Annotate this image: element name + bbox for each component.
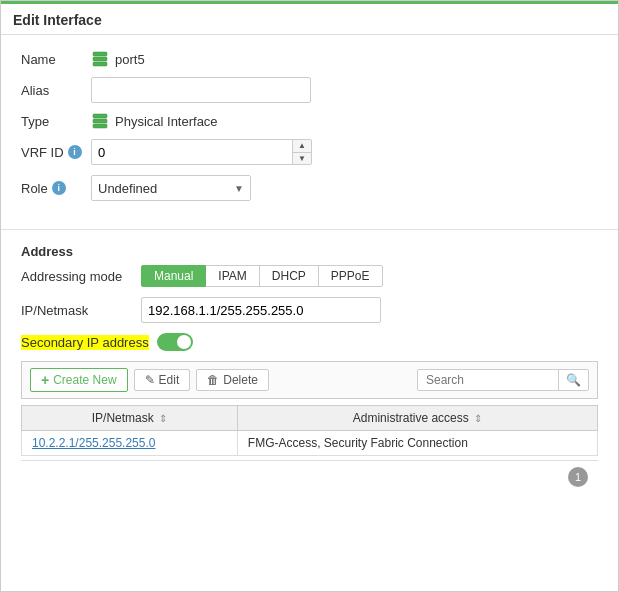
vrf-input-wrapper: ▲ ▼ xyxy=(91,139,312,165)
address-section: Addressing mode Manual IPAM DHCP PPPoE I… xyxy=(1,265,618,503)
ip-label: IP/Netmask xyxy=(21,303,141,318)
mode-btn-ipam[interactable]: IPAM xyxy=(205,265,259,287)
role-dropdown-arrow: ▼ xyxy=(234,183,244,194)
page-container: Edit Interface Name port5 Alias xyxy=(0,0,619,592)
pagination-area: 1 xyxy=(21,460,598,493)
svg-rect-3 xyxy=(93,114,107,118)
delete-label: Delete xyxy=(223,373,258,387)
edit-pencil-icon: ✎ xyxy=(145,373,155,387)
search-input[interactable] xyxy=(418,370,558,390)
col-ip-netmask: IP/Netmask ⇕ xyxy=(22,406,238,431)
name-value: port5 xyxy=(115,52,145,67)
ip-row: IP/Netmask xyxy=(21,297,598,323)
svg-rect-5 xyxy=(93,124,107,128)
divider-1 xyxy=(1,229,618,230)
svg-rect-1 xyxy=(93,57,107,61)
ip-input[interactable] xyxy=(141,297,381,323)
svg-rect-0 xyxy=(93,52,107,56)
delete-button[interactable]: 🗑 Delete xyxy=(196,369,269,391)
search-button[interactable]: 🔍 xyxy=(558,370,588,390)
vrf-label: VRF ID i xyxy=(21,145,91,160)
type-row: Type Physical Interface xyxy=(21,113,598,129)
search-icon: 🔍 xyxy=(566,373,581,387)
secondary-ip-toggle[interactable] xyxy=(157,333,193,351)
type-value: Physical Interface xyxy=(91,113,218,129)
table-row: 10.2.2.1/255.255.255.0 FMG-Access, Secur… xyxy=(22,431,598,456)
mode-btn-pppoe[interactable]: PPPoE xyxy=(318,265,383,287)
sort-icon-access[interactable]: ⇕ xyxy=(474,413,482,424)
vrf-input[interactable] xyxy=(92,142,292,163)
vrf-row: VRF ID i ▲ ▼ xyxy=(21,139,598,165)
type-label: Type xyxy=(21,114,91,129)
addr-mode-label: Addressing mode xyxy=(21,269,141,284)
page-badge[interactable]: 1 xyxy=(568,467,588,487)
alias-label: Alias xyxy=(21,83,91,98)
edit-label: Edit xyxy=(159,373,180,387)
mode-btn-manual[interactable]: Manual xyxy=(141,265,206,287)
role-row: Role i Undefined ▼ xyxy=(21,175,598,201)
data-table: IP/Netmask ⇕ Administrative access ⇕ 10.… xyxy=(21,405,598,456)
table-cell-ip[interactable]: 10.2.2.1/255.255.255.0 xyxy=(22,431,238,456)
table-cell-access: FMG-Access, Security Fabric Connection xyxy=(237,431,597,456)
svg-rect-2 xyxy=(93,62,107,66)
role-label: Role i xyxy=(21,181,91,196)
sort-icon-ip[interactable]: ⇕ xyxy=(159,413,167,424)
plus-icon: + xyxy=(41,372,49,388)
search-wrapper: 🔍 xyxy=(417,369,589,391)
db-icon xyxy=(91,51,109,67)
table-toolbar: + Create New ✎ Edit 🗑 Delete 🔍 xyxy=(21,361,598,399)
vrf-info-icon[interactable]: i xyxy=(68,145,82,159)
role-value: Undefined xyxy=(98,181,157,196)
vrf-spinner-up[interactable]: ▲ xyxy=(293,139,311,153)
edit-button[interactable]: ✎ Edit xyxy=(134,369,191,391)
create-new-label: Create New xyxy=(53,373,116,387)
mode-buttons: Manual IPAM DHCP PPPoE xyxy=(141,265,383,287)
create-new-button[interactable]: + Create New xyxy=(30,368,128,392)
toggle-knob xyxy=(177,335,191,349)
address-section-title: Address xyxy=(1,238,618,265)
delete-trash-icon: 🗑 xyxy=(207,373,219,387)
type-db-icon xyxy=(91,113,109,129)
name-value-wrapper: port5 xyxy=(91,51,145,67)
addr-mode-row: Addressing mode Manual IPAM DHCP PPPoE xyxy=(21,265,598,287)
name-label: Name xyxy=(21,52,91,67)
role-select[interactable]: Undefined ▼ xyxy=(91,175,251,201)
col-admin-access: Administrative access ⇕ xyxy=(237,406,597,431)
secondary-ip-row: Secondary IP address xyxy=(21,333,598,351)
role-info-icon[interactable]: i xyxy=(52,181,66,195)
table-header-row: IP/Netmask ⇕ Administrative access ⇕ xyxy=(22,406,598,431)
form-section: Name port5 Alias Type xyxy=(1,35,618,221)
page-title: Edit Interface xyxy=(13,12,102,28)
vrf-spinner: ▲ ▼ xyxy=(292,139,311,165)
mode-btn-dhcp[interactable]: DHCP xyxy=(259,265,319,287)
alias-input[interactable] xyxy=(91,77,311,103)
svg-rect-4 xyxy=(93,119,107,123)
alias-row: Alias xyxy=(21,77,598,103)
page-header: Edit Interface xyxy=(1,1,618,35)
secondary-ip-label: Secondary IP address xyxy=(21,335,149,350)
name-row: Name port5 xyxy=(21,51,598,67)
vrf-spinner-down[interactable]: ▼ xyxy=(293,153,311,166)
